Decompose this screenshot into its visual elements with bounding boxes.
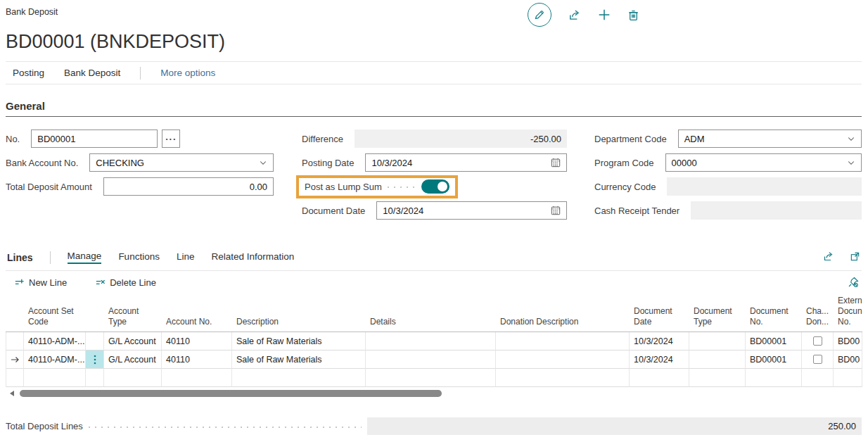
deposit-lines-table: Account Set Code Account Type Account No… <box>6 297 862 387</box>
cell-document-date[interactable]: 10/3/2024 <box>630 351 689 369</box>
cell-details[interactable] <box>366 351 496 369</box>
cell-donation-description[interactable] <box>496 351 630 369</box>
action-menu-bar: Posting Bank Deposit More options <box>6 61 862 84</box>
difference-value: -250.00 <box>355 130 567 148</box>
department-code-select[interactable]: ADM <box>678 130 862 148</box>
department-code-label: Department Code <box>594 134 667 144</box>
tab-line[interactable]: Line <box>177 251 195 263</box>
document-date-input[interactable]: 10/3/2024 <box>376 201 567 220</box>
cell-document-date[interactable] <box>630 369 689 387</box>
checkbox-unchecked[interactable] <box>813 336 822 346</box>
cell-account-no[interactable]: 40110 <box>162 351 232 369</box>
tab-related-information[interactable]: Related Information <box>211 251 294 263</box>
header-details[interactable]: Details <box>366 297 496 332</box>
lines-expand-button[interactable] <box>850 251 860 262</box>
row-selector-cell-selected[interactable] <box>6 351 24 369</box>
new-line-label: New Line <box>29 277 67 288</box>
currency-code-label: Currency Code <box>594 182 656 192</box>
no-assist-edit-button[interactable]: ··· <box>162 130 180 148</box>
cell-document-type[interactable] <box>689 332 746 351</box>
total-deposit-amount-input[interactable]: 0.00 <box>103 177 274 196</box>
cell-details[interactable] <box>366 332 496 351</box>
scroll-left-arrow[interactable] <box>10 391 14 396</box>
field-department-code: Department Code ADM <box>594 127 862 151</box>
field-difference: Difference -250.00 <box>302 127 567 151</box>
general-column-1: No. BD00001 ··· Bank Account No. CHECKIN… <box>6 127 274 222</box>
cell-account-set-code[interactable] <box>24 369 86 387</box>
cell-document-date[interactable]: 10/3/2024 <box>630 332 689 351</box>
new-line-button[interactable]: New Line <box>14 277 67 288</box>
cell-account-type[interactable]: G/L Account <box>104 351 162 369</box>
toggle-knob <box>438 182 447 191</box>
unpin-pane-button[interactable] <box>848 277 859 288</box>
header-donation-description[interactable]: Donation Description <box>496 297 630 332</box>
cell-description[interactable]: Sale of Raw Materials <box>232 332 366 351</box>
scrollbar-thumb[interactable] <box>20 390 442 397</box>
cell-account-no[interactable] <box>162 369 232 387</box>
bank-account-no-select[interactable]: CHECKING <box>89 153 274 172</box>
lines-caption[interactable]: Lines <box>7 252 33 263</box>
cell-donation-description[interactable] <box>496 369 630 387</box>
header-description[interactable]: Description <box>232 297 366 332</box>
program-code-select[interactable]: 00000 <box>665 153 862 172</box>
row-selector-cell[interactable] <box>6 332 24 351</box>
open-in-new-window-icon <box>850 251 860 262</box>
tab-manage[interactable]: Manage <box>68 251 102 264</box>
chevron-down-icon <box>847 158 855 167</box>
top-bar: Bank Deposit <box>6 0 862 30</box>
cell-details[interactable] <box>366 369 496 387</box>
field-post-as-lump-sum: Post as Lump Sum <box>302 175 567 198</box>
header-account-no[interactable]: Account No. <box>162 297 232 332</box>
cell-document-no[interactable]: BD00001 <box>746 351 802 369</box>
cell-account-set-code[interactable]: 40110-ADM-... <box>24 351 86 369</box>
breadcrumb[interactable]: Bank Deposit <box>6 7 862 17</box>
edit-button[interactable] <box>528 3 551 27</box>
header-account-set-code[interactable]: Account Set Code <box>24 297 86 332</box>
cell-account-no[interactable]: 40110 <box>162 332 232 351</box>
delete-line-icon <box>95 277 106 288</box>
post-as-lump-sum-toggle[interactable] <box>421 179 449 194</box>
new-button[interactable] <box>598 8 611 21</box>
cell-description[interactable] <box>232 369 366 387</box>
cell-document-no[interactable]: BD00001 <box>746 332 802 351</box>
posting-date-input[interactable]: 10/3/2024 <box>365 153 567 172</box>
cell-account-set-code[interactable]: 40110-ADM-... <box>24 332 86 351</box>
total-deposit-lines-label: Total Deposit Lines <box>6 421 83 431</box>
menu-posting[interactable]: Posting <box>13 68 44 78</box>
cell-donation-description[interactable] <box>496 332 630 351</box>
delete-button[interactable] <box>627 9 639 21</box>
checkbox-unchecked[interactable] <box>813 355 822 364</box>
cell-document-type[interactable] <box>689 369 746 387</box>
delete-line-button[interactable]: Delete Line <box>95 277 156 288</box>
menu-bank-deposit[interactable]: Bank Deposit <box>64 68 120 78</box>
header-external-document-no[interactable]: Extern Docun No. <box>834 297 862 332</box>
cell-row-options[interactable] <box>86 332 104 351</box>
general-column-3: Department Code ADM Program Code 00000 <box>594 127 862 222</box>
cell-document-type[interactable] <box>689 351 746 369</box>
menu-more-options[interactable]: More options <box>160 68 215 78</box>
cell-account-type[interactable] <box>104 369 162 387</box>
cell-document-no[interactable] <box>746 369 802 387</box>
cell-external-document-no[interactable]: BD00 <box>834 351 862 369</box>
cell-row-options[interactable] <box>86 369 104 387</box>
cell-external-document-no[interactable]: BD00 <box>834 332 862 351</box>
cell-description[interactable]: Sale of Raw Materials <box>232 351 366 369</box>
cell-charity-donation-checkbox <box>802 369 834 387</box>
cell-account-type[interactable]: G/L Account <box>104 332 162 351</box>
cell-row-options-active[interactable] <box>86 351 104 369</box>
share-button[interactable] <box>568 8 581 21</box>
cell-external-document-no[interactable] <box>834 369 862 387</box>
program-code-value: 00000 <box>672 158 697 168</box>
general-section-heading[interactable]: General <box>6 100 862 117</box>
no-input[interactable]: BD00001 <box>31 130 158 148</box>
row-selector-cell[interactable] <box>6 369 24 387</box>
header-charity-donation[interactable]: Cha... Don... <box>802 297 834 332</box>
lines-share-button[interactable] <box>823 251 834 262</box>
header-document-no[interactable]: Document No. <box>746 297 802 332</box>
calendar-icon <box>551 158 561 168</box>
header-document-type[interactable]: Document Type <box>689 297 746 332</box>
header-account-type[interactable]: Account Type <box>104 297 162 332</box>
tab-functions[interactable]: Functions <box>118 251 160 263</box>
field-cash-receipt-tender: Cash Receipt Tender <box>594 198 862 222</box>
header-document-date[interactable]: Document Date <box>630 297 689 332</box>
